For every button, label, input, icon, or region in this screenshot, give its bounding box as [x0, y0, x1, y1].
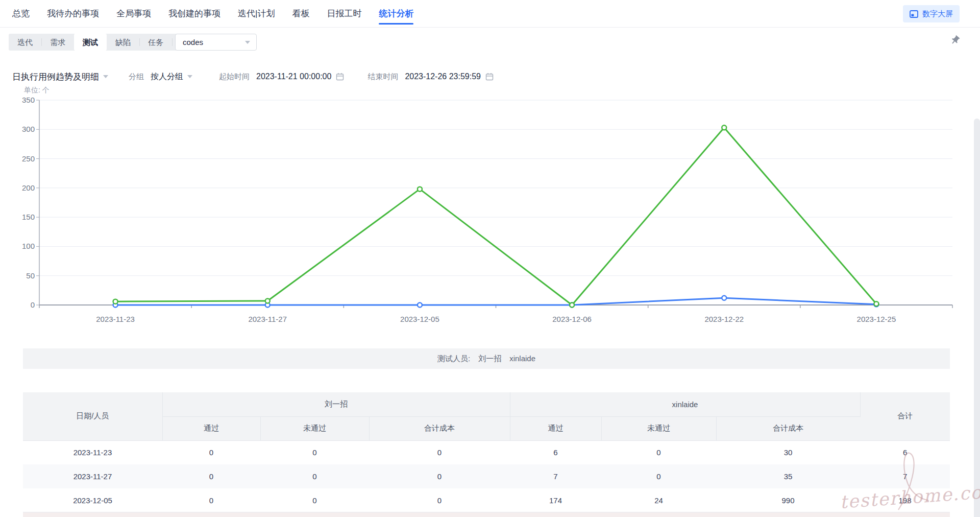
x-axis-label: 2023-11-27: [248, 315, 287, 323]
table-row[interactable]: 2023-12-0500017424990198: [23, 488, 950, 512]
y-axis-label: 0: [31, 300, 35, 309]
table-cell-date: 2023-12-05: [23, 488, 162, 512]
table-total-header: 合计: [860, 392, 950, 440]
table-cell-value: 0: [162, 440, 260, 464]
table-cell-date: 2023-11-23: [23, 440, 162, 464]
table-cell-value: 0: [601, 440, 716, 464]
table-cell-value: 24: [601, 488, 716, 512]
table-cell-value: 0: [260, 440, 369, 464]
x-axis-label: 2023-12-06: [552, 315, 592, 323]
data-point[interactable]: [113, 299, 118, 304]
table-cell-value: 35: [716, 464, 860, 488]
table-row[interactable]: 2023-11-2300060306: [23, 440, 950, 464]
table-cell-value: 174: [510, 488, 601, 512]
table-row-partial: [23, 512, 950, 517]
axis-unit-label: 单位: 个: [24, 86, 50, 94]
y-axis-label: 200: [22, 183, 35, 192]
y-axis-label: 50: [26, 271, 35, 280]
y-axis-label: 350: [22, 96, 35, 104]
series-line: [115, 128, 876, 305]
y-axis-label: 150: [22, 213, 35, 221]
table-cell-value: 6: [510, 440, 601, 464]
y-axis-label: 100: [22, 242, 35, 250]
table-cell-value: 0: [260, 488, 369, 512]
legend-prefix: 测试人员:: [437, 354, 470, 364]
vertical-scrollbar[interactable]: [974, 119, 980, 517]
table-group-header: 刘一招: [162, 392, 510, 416]
table-cell-value: 0: [162, 488, 260, 512]
table-cell-value: 7: [510, 464, 601, 488]
data-point[interactable]: [265, 298, 270, 303]
table-sub-header: 合计成本: [369, 416, 510, 440]
x-axis-label: 2023-12-05: [400, 315, 439, 323]
table-sub-header: 合计成本: [716, 416, 860, 440]
table-cell-value: 0: [369, 440, 510, 464]
table-cell-date: 2023-11-27: [23, 464, 162, 488]
table-row[interactable]: 2023-11-2700070357: [23, 464, 950, 488]
table-cell-total: 6: [860, 440, 950, 464]
table-body: 2023-11-23000603062023-11-27000703572023…: [23, 440, 950, 512]
data-point[interactable]: [722, 296, 726, 300]
data-point[interactable]: [418, 187, 422, 192]
data-point[interactable]: [570, 303, 574, 308]
table-cell-value: 0: [601, 464, 716, 488]
table-cell-total: 7: [860, 464, 950, 488]
legend-names: 刘一招xinlaide: [478, 354, 535, 364]
x-axis-label: 2023-12-22: [704, 315, 744, 323]
legend-item[interactable]: 刘一招: [478, 354, 501, 364]
x-axis-label: 2023-11-23: [96, 315, 135, 323]
table-cell-total: 198: [860, 488, 950, 512]
table-header: 日期/人员刘一招xinlaide合计通过未通过合计成本通过未通过合计成本: [23, 392, 950, 440]
data-point[interactable]: [874, 301, 878, 306]
table-group-header: xinlaide: [510, 392, 860, 416]
data-point[interactable]: [722, 125, 726, 130]
table-sub-header: 通过: [510, 416, 601, 440]
table-cell-value: 0: [260, 464, 369, 488]
trend-chart: 单位: 个0501001502002503003502023-11-232023…: [0, 0, 980, 337]
table-corner-header: 日期/人员: [23, 392, 162, 440]
x-axis-label: 2023-12-25: [857, 315, 896, 323]
y-axis-label: 250: [22, 154, 35, 163]
table-cell-value: 0: [162, 464, 260, 488]
data-point[interactable]: [418, 303, 422, 308]
table-cell-value: 30: [716, 440, 860, 464]
table-sub-header: 未通过: [601, 416, 716, 440]
table-cell-value: 0: [369, 464, 510, 488]
y-axis-label: 300: [22, 125, 35, 133]
legend-item[interactable]: xinlaide: [509, 354, 535, 364]
table-cell-value: 990: [716, 488, 860, 512]
chart-legend-bar: 测试人员: 刘一招xinlaide: [23, 348, 950, 369]
table-cell-value: 0: [369, 488, 510, 512]
table-sub-header: 未通过: [260, 416, 369, 440]
execution-detail-table: 日期/人员刘一招xinlaide合计通过未通过合计成本通过未通过合计成本 202…: [23, 392, 950, 512]
table-sub-header: 通过: [162, 416, 260, 440]
